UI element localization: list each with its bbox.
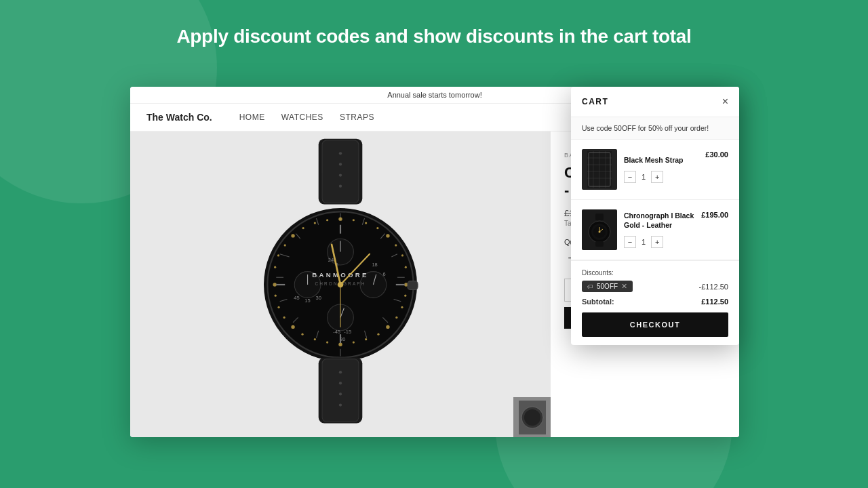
svg-point-53 <box>302 227 304 229</box>
svg-point-50 <box>277 254 279 256</box>
cart-item-strap-quantity: 1 <box>642 173 646 181</box>
svg-point-41 <box>326 341 328 343</box>
svg-rect-111 <box>595 241 604 247</box>
svg-point-5 <box>339 185 342 188</box>
svg-point-30 <box>401 254 403 256</box>
discount-tag-icon: 🏷 <box>587 283 593 290</box>
cart-item-watch-decrease[interactable]: − <box>624 236 636 248</box>
svg-point-51 <box>284 244 286 246</box>
nav-home[interactable]: HOME <box>239 113 265 122</box>
svg-point-49 <box>274 266 276 268</box>
svg-point-48 <box>273 283 276 286</box>
cart-item-watch-image <box>582 209 617 250</box>
svg-point-45 <box>283 317 285 319</box>
svg-point-40 <box>338 343 342 346</box>
cart-footer: Discounts: 🏷 50OFF ✕ -£112.50 Subtotal: … <box>571 260 739 345</box>
svg-point-3 <box>339 163 342 165</box>
svg-point-36 <box>386 325 389 329</box>
svg-point-52 <box>291 234 294 237</box>
cart-promo-message: Use code 50OFF for 50% off your order! <box>571 117 739 140</box>
subtotal-label: Subtotal: <box>582 298 614 306</box>
nav-straps[interactable]: STRAPS <box>340 113 374 122</box>
store-logo: The Watch Co. <box>146 112 212 123</box>
svg-text:6: 6 <box>382 271 385 277</box>
discount-tag-row: 🏷 50OFF ✕ -£112.50 <box>582 281 728 292</box>
svg-point-25 <box>353 219 355 221</box>
page-title: Apply discount codes and show discounts … <box>0 26 868 47</box>
cart-item-watch-qty-control: − 1 + <box>624 236 694 248</box>
svg-point-35 <box>395 317 397 319</box>
cart-item-strap-image <box>582 149 617 190</box>
cart-item-strap-price: £30.00 <box>705 149 728 159</box>
cart-title: CART <box>582 97 608 106</box>
svg-point-29 <box>395 244 397 246</box>
discounts-row: Discounts: 🏷 50OFF ✕ -£112.50 <box>582 269 728 292</box>
discount-amount: -£112.50 <box>699 283 728 291</box>
svg-point-87 <box>339 371 342 373</box>
svg-point-89 <box>339 392 342 395</box>
svg-text:15: 15 <box>304 298 310 304</box>
cart-item-watch-name: Chronograph I Black Gold - Leather <box>624 211 694 230</box>
cart-items-list: Black Mesh Strap − 1 + £30.00 <box>571 140 739 260</box>
svg-text:-15: -15 <box>344 329 351 335</box>
cart-header: CART × <box>571 87 739 117</box>
svg-point-55 <box>326 219 328 221</box>
svg-point-90 <box>339 403 342 406</box>
cart-item-strap-details: Black Mesh Strap − 1 + <box>624 156 698 183</box>
cart-item-strap-decrease[interactable]: − <box>624 171 636 183</box>
svg-point-27 <box>376 227 378 229</box>
product-image-area: 45 15 30 6 24 18 6 -45 -15 30 BANMOORE C… <box>130 131 551 437</box>
cart-item-strap-increase[interactable]: + <box>651 171 663 183</box>
svg-point-28 <box>386 234 389 237</box>
svg-point-47 <box>275 295 277 297</box>
checkout-button[interactable]: CHECKOUT <box>582 312 728 337</box>
svg-point-44 <box>291 325 294 329</box>
watch-illustration: 45 15 30 6 24 18 6 -45 -15 30 BANMOORE C… <box>130 131 551 437</box>
subtotal-row: Subtotal: £112.50 <box>582 298 728 306</box>
svg-point-93 <box>524 409 540 426</box>
cart-item-watch-details: Chronograph I Black Gold - Leather − 1 + <box>624 211 694 247</box>
svg-point-46 <box>277 306 279 308</box>
subtotal-value: £112.50 <box>701 298 728 306</box>
svg-point-39 <box>353 341 355 343</box>
svg-text:18: 18 <box>372 262 377 268</box>
svg-rect-104 <box>595 214 604 220</box>
svg-point-4 <box>339 174 342 176</box>
svg-rect-84 <box>408 281 418 290</box>
svg-point-34 <box>401 306 403 308</box>
svg-point-2 <box>339 152 342 155</box>
discounts-label: Discounts: <box>582 269 728 277</box>
svg-point-43 <box>301 333 303 336</box>
svg-rect-86 <box>322 359 359 422</box>
cart-panel: CART × Use code 50OFF for 50% off your o… <box>571 87 739 345</box>
product-thumbnail <box>513 397 551 437</box>
svg-point-110 <box>599 231 601 233</box>
svg-text:-45: -45 <box>333 329 340 335</box>
svg-text:BANMOORE: BANMOORE <box>312 271 368 279</box>
cart-item-strap-name: Black Mesh Strap <box>624 156 698 165</box>
svg-point-37 <box>377 333 379 336</box>
svg-point-33 <box>404 295 406 297</box>
cart-item-watch-increase[interactable]: + <box>651 236 663 248</box>
discount-code-tag: 🏷 50OFF ✕ <box>582 281 633 292</box>
cart-item-watch-quantity: 1 <box>642 238 646 246</box>
svg-text:24: 24 <box>328 257 334 263</box>
svg-point-83 <box>338 282 344 288</box>
svg-point-88 <box>339 382 342 384</box>
discount-code-text: 50OFF <box>597 283 618 290</box>
svg-point-24 <box>338 217 342 220</box>
cart-close-button[interactable]: × <box>722 96 728 107</box>
svg-point-31 <box>405 266 407 268</box>
svg-text:45: 45 <box>294 295 299 301</box>
cart-item-watch-price: £195.00 <box>701 209 728 219</box>
svg-point-54 <box>314 222 316 224</box>
discount-tag-remove-button[interactable]: ✕ <box>621 283 627 290</box>
svg-point-26 <box>365 222 367 224</box>
cart-item-strap-qty-control: − 1 + <box>624 171 698 183</box>
nav-watches[interactable]: WATCHES <box>281 113 323 122</box>
cart-item-strap: Black Mesh Strap − 1 + £30.00 <box>571 140 739 200</box>
svg-point-42 <box>314 338 316 340</box>
cart-item-watch: Chronograph I Black Gold - Leather − 1 +… <box>571 200 739 260</box>
svg-text:30: 30 <box>316 295 321 301</box>
svg-rect-1 <box>322 140 359 203</box>
